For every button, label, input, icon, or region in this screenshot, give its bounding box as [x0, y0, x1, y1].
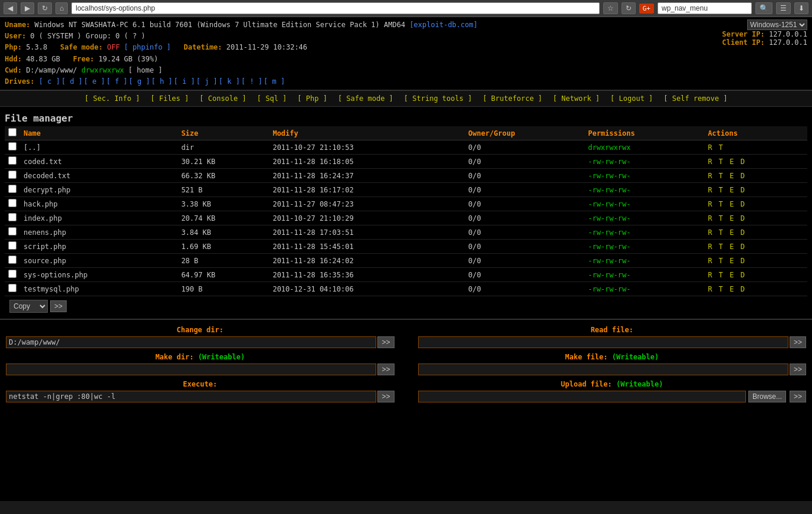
- home-link[interactable]: [ home ]: [129, 66, 163, 74]
- nav-logout[interactable]: [ Logout ]: [606, 93, 658, 104]
- action-e-link[interactable]: E: [729, 228, 738, 237]
- select-all-checkbox[interactable]: [8, 128, 17, 136]
- makefile-input[interactable]: [418, 364, 788, 375]
- row-checkbox[interactable]: [8, 171, 17, 179]
- drive-link[interactable]: [ ! ]: [241, 77, 262, 86]
- star-button[interactable]: ☆: [603, 2, 618, 14]
- action-r-link[interactable]: R: [708, 186, 716, 194]
- search-bar[interactable]: [658, 2, 752, 14]
- drive-link[interactable]: [ k ]: [219, 77, 240, 86]
- file-name-link[interactable]: decoded.txt: [24, 172, 70, 180]
- nav-selfremove[interactable]: [ Self remove ]: [659, 93, 732, 104]
- action-r-link[interactable]: R: [708, 214, 716, 222]
- action-select[interactable]: Copy Move Delete Chmod: [9, 300, 48, 313]
- action-t-link[interactable]: T: [719, 228, 727, 237]
- action-e-link[interactable]: E: [729, 172, 738, 180]
- execute-input[interactable]: [6, 391, 376, 402]
- action-r-link[interactable]: R: [708, 285, 716, 293]
- row-checkbox[interactable]: [8, 213, 17, 221]
- browse-button[interactable]: Browse...: [748, 391, 786, 402]
- action-t-link[interactable]: T: [719, 186, 727, 194]
- encoding-select[interactable]: Windows-1251 UTF-8: [747, 19, 807, 30]
- action-t-link[interactable]: T: [719, 243, 727, 251]
- makedir-input[interactable]: [6, 364, 376, 375]
- file-name-link[interactable]: nenens.php: [24, 228, 66, 237]
- action-t-link[interactable]: T: [719, 214, 727, 222]
- row-checkbox[interactable]: [8, 241, 17, 250]
- action-d-link[interactable]: D: [741, 257, 745, 265]
- row-checkbox[interactable]: [8, 156, 17, 165]
- nav-sql[interactable]: [ Sql ]: [252, 93, 292, 104]
- home-button[interactable]: ⌂: [55, 2, 68, 14]
- drive-link[interactable]: [ d ]: [61, 77, 83, 86]
- file-name-link[interactable]: [..]: [24, 143, 41, 152]
- drive-link[interactable]: [ c ]: [39, 77, 60, 86]
- forward-button[interactable]: ▶: [21, 2, 34, 14]
- nav-network[interactable]: [ Network ]: [548, 93, 604, 104]
- action-r-link[interactable]: R: [708, 200, 716, 208]
- file-name-link[interactable]: coded.txt: [24, 158, 62, 166]
- row-checkbox[interactable]: [8, 256, 17, 264]
- action-d-link[interactable]: D: [741, 172, 745, 180]
- action-e-link[interactable]: E: [729, 285, 738, 293]
- file-name-link[interactable]: sys-options.php: [24, 271, 87, 279]
- action-r-link[interactable]: R: [708, 158, 716, 166]
- drive-link[interactable]: [ j ]: [196, 77, 218, 86]
- file-name-link[interactable]: hack.php: [24, 200, 58, 208]
- browser-refresh-button[interactable]: ↻: [622, 2, 636, 14]
- action-d-link[interactable]: D: [741, 285, 745, 293]
- phpinfo-link[interactable]: [ phpinfo ]: [124, 43, 170, 51]
- back-button[interactable]: ◀: [4, 2, 17, 14]
- changedir-go-button[interactable]: >>: [377, 336, 394, 348]
- drive-link[interactable]: [ i ]: [174, 77, 195, 86]
- nav-bruteforce[interactable]: [ Bruteforce ]: [478, 93, 547, 104]
- action-e-link[interactable]: E: [729, 186, 738, 194]
- action-d-link[interactable]: D: [741, 214, 745, 222]
- row-checkbox[interactable]: [8, 199, 17, 207]
- row-checkbox[interactable]: [8, 185, 17, 193]
- nav-console[interactable]: [ Console ]: [195, 93, 251, 104]
- action-r-link[interactable]: R: [708, 172, 716, 180]
- row-checkbox[interactable]: [8, 142, 17, 150]
- execute-go-button[interactable]: >>: [377, 391, 394, 402]
- action-t-link[interactable]: T: [719, 172, 727, 180]
- file-name-link[interactable]: script.php: [24, 243, 66, 251]
- drive-link[interactable]: [ m ]: [264, 77, 285, 86]
- action-d-link[interactable]: D: [741, 158, 745, 166]
- changedir-input[interactable]: [6, 336, 376, 348]
- action-r-link[interactable]: R: [708, 271, 716, 279]
- readfile-go-button[interactable]: >>: [790, 336, 806, 348]
- file-name-link[interactable]: source.php: [24, 257, 66, 265]
- drive-link[interactable]: [ e ]: [84, 77, 105, 86]
- makedir-go-button[interactable]: >>: [377, 364, 394, 375]
- action-t-link[interactable]: T: [719, 200, 727, 208]
- action-r-link[interactable]: R: [708, 243, 716, 251]
- action-t-link[interactable]: T: [719, 285, 727, 293]
- search-button[interactable]: 🔍: [755, 2, 772, 14]
- makefile-go-button[interactable]: >>: [790, 364, 806, 375]
- nav-php[interactable]: [ Php ]: [292, 93, 332, 104]
- action-r-link[interactable]: R: [708, 228, 716, 237]
- action-t-link[interactable]: T: [719, 257, 727, 265]
- action-e-link[interactable]: E: [729, 214, 738, 222]
- nav-files[interactable]: [ Files ]: [146, 93, 193, 104]
- action-e-link[interactable]: E: [729, 243, 738, 251]
- row-checkbox[interactable]: [8, 227, 17, 235]
- action-r-link[interactable]: R: [708, 257, 716, 265]
- action-t-link[interactable]: T: [719, 143, 723, 152]
- action-d-link[interactable]: D: [741, 243, 745, 251]
- action-e-link[interactable]: E: [729, 271, 738, 279]
- action-go-button[interactable]: >>: [50, 300, 67, 312]
- uploadfile-go-button[interactable]: >>: [790, 391, 806, 402]
- uploadfile-input[interactable]: [418, 391, 746, 402]
- action-d-link[interactable]: D: [741, 200, 745, 208]
- menu-button[interactable]: ☰: [776, 2, 791, 14]
- action-d-link[interactable]: D: [741, 271, 745, 279]
- action-e-link[interactable]: E: [729, 200, 738, 208]
- row-checkbox[interactable]: [8, 284, 17, 292]
- download-button[interactable]: ⬇: [794, 2, 808, 14]
- action-e-link[interactable]: E: [729, 257, 738, 265]
- cwd-perms-link[interactable]: drwxrwxrwx: [81, 66, 124, 74]
- action-t-link[interactable]: T: [719, 271, 727, 279]
- refresh-button[interactable]: ↻: [38, 2, 52, 14]
